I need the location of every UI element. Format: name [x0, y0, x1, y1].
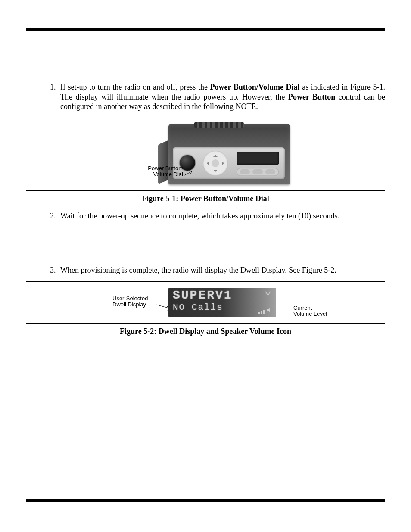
- figure-2-left-label-line2: Dwell Display: [112, 301, 146, 308]
- step-1-text-a: If set-up to turn the radio on and off, …: [60, 83, 210, 91]
- figure-2-right-label: Current Volume Level: [293, 305, 327, 318]
- document-page: If set-up to turn the radio on and off, …: [0, 0, 411, 532]
- figure-5-2: User-Selected Dwell Display SUPERV1 NO C…: [26, 281, 385, 324]
- lcd-line-2: NO Calls: [173, 302, 272, 312]
- figure-2-left-label-line1: User-Selected: [112, 295, 148, 302]
- figure-1-arrow-icon: [183, 170, 195, 177]
- radio-heatsink-fins: [194, 122, 244, 128]
- step-1-bold-2: Power Button: [288, 93, 335, 101]
- figure-2-left-label: User-Selected Dwell Display: [112, 296, 148, 308]
- figure-2-right-label-line1: Current: [293, 305, 312, 311]
- antenna-icon: [265, 291, 271, 299]
- figure-2-left-leader-line: [152, 299, 169, 299]
- step-1: If set-up to turn the radio on and off, …: [58, 82, 385, 112]
- figure-2-right-leader-line: [277, 308, 294, 308]
- dpad-icon: [203, 151, 228, 176]
- dwell-display-lcd: SUPERV1 NO Calls: [168, 288, 276, 317]
- figure-2-right-label-line2: Volume Level: [293, 311, 327, 317]
- figure-1-callout-line1: Power Button/: [148, 165, 183, 171]
- page-footer: [26, 499, 385, 502]
- step-list-3: When provisioning is complete, the radio…: [26, 265, 385, 275]
- abc-buttons-icon: [237, 168, 279, 176]
- figure-1-callout-line2: Volume Dial: [153, 171, 183, 177]
- figure-1-callout-label: Power Button/ Volume Dial: [142, 165, 183, 178]
- step-list-2: Wait for the power-up sequence to comple…: [26, 211, 385, 221]
- radio-lcd-icon: [237, 152, 279, 165]
- step-3: When provisioning is complete, the radio…: [58, 265, 385, 275]
- step-2: Wait for the power-up sequence to comple…: [58, 211, 385, 221]
- step-1-bold-1: Power Button/Volume Dial: [210, 83, 299, 91]
- figure-1-caption: Figure 5-1: Power Button/Volume Dial: [26, 194, 385, 203]
- footer-rule-thick: [26, 499, 385, 502]
- step-list: If set-up to turn the radio on and off, …: [26, 82, 385, 112]
- step-3-text: When provisioning is complete, the radio…: [60, 266, 336, 274]
- figure-5-1: Power Button/ Volume Dial: [26, 118, 385, 191]
- header-rule-thick: [26, 28, 385, 31]
- page-content: If set-up to turn the radio on and off, …: [26, 82, 385, 336]
- volume-level-icon: [258, 308, 272, 314]
- lcd-line-1: SUPERV1: [173, 289, 272, 302]
- speaker-icon: [267, 308, 272, 314]
- step-2-text: Wait for the power-up sequence to comple…: [60, 212, 339, 220]
- figure-2-caption: Figure 5-2: Dwell Display and Speaker Vo…: [26, 327, 385, 336]
